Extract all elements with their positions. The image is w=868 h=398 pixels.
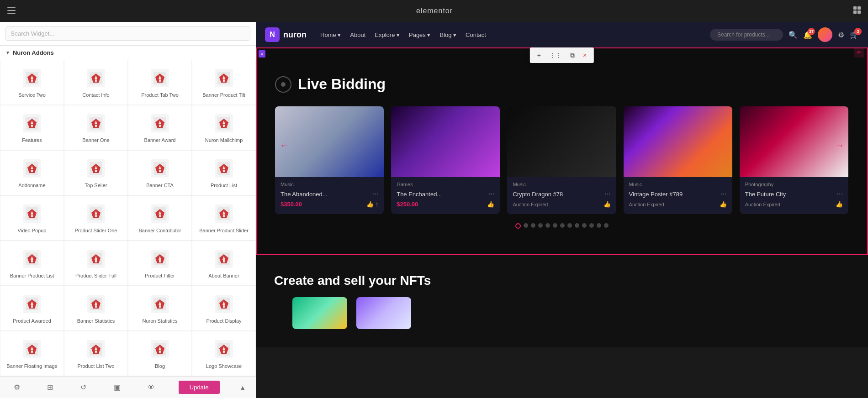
- grid-icon[interactable]: [853, 6, 861, 16]
- hero-title: Live Bidding: [275, 76, 849, 93]
- carousel-dot[interactable]: [560, 223, 565, 228]
- widget-item[interactable]: Banner CTA: [128, 150, 192, 195]
- widget-item[interactable]: Video Popup: [0, 195, 64, 241]
- cart-icon[interactable]: 🛒 3: [850, 31, 859, 39]
- product-like[interactable]: 👍: [836, 201, 843, 208]
- widget-item[interactable]: Contact Info: [64, 60, 128, 105]
- widget-label: Service Two: [18, 92, 46, 98]
- product-card[interactable]: PhotographyThe Future City···Auction Exp…: [740, 106, 848, 214]
- widget-item[interactable]: Banner Award: [128, 105, 192, 150]
- nav-pages[interactable]: Pages ▾: [409, 31, 430, 38]
- responsive-icon[interactable]: ▣: [110, 379, 124, 395]
- widget-item[interactable]: Product Filter: [128, 241, 192, 286]
- nav-explore[interactable]: Explore ▾: [375, 31, 400, 38]
- carousel-dot[interactable]: [567, 223, 572, 228]
- nav-home[interactable]: Home ▾: [320, 31, 341, 38]
- widget-item[interactable]: Logo Showcase: [192, 331, 256, 376]
- close-element-btn[interactable]: ×: [580, 50, 589, 61]
- product-options-btn[interactable]: ···: [837, 190, 843, 198]
- widget-item[interactable]: Banner Contributor: [128, 195, 192, 241]
- widget-item[interactable]: Nuron Mailchimp: [192, 105, 256, 150]
- move-element-btn[interactable]: ⋮⋮: [546, 50, 565, 61]
- hero-section: ← → Live Bidding MusicThe Abandoned...··…: [256, 47, 868, 255]
- product-options-btn[interactable]: ···: [604, 190, 610, 198]
- product-card[interactable]: GamesThe Enchanted...···$250.00👍: [391, 106, 500, 214]
- widget-item[interactable]: Banner Floating Image: [0, 331, 64, 376]
- widget-item[interactable]: Banner Statistics: [64, 286, 128, 331]
- product-card[interactable]: MusicVintage Poster #789···Auction Expir…: [624, 106, 732, 214]
- carousel-dot[interactable]: [597, 223, 601, 228]
- expand-chevron[interactable]: ▲: [239, 384, 246, 391]
- canvas-edit-icon[interactable]: ✏: [854, 47, 864, 58]
- carousel-next-btn[interactable]: →: [835, 140, 844, 150]
- widget-item[interactable]: Service Two: [0, 60, 64, 105]
- carousel-dot[interactable]: [589, 223, 594, 228]
- settings-icon[interactable]: ⚙: [10, 379, 24, 395]
- widget-label: Blog: [155, 363, 165, 369]
- section-indicator[interactable]: ≡: [259, 50, 265, 58]
- preview-icon[interactable]: 👁: [144, 380, 159, 395]
- widget-item[interactable]: About Banner: [192, 241, 256, 286]
- user-avatar[interactable]: [818, 27, 832, 42]
- notification-icon[interactable]: 🔔 37: [803, 31, 812, 39]
- carousel-dot[interactable]: [515, 223, 521, 229]
- duplicate-element-btn[interactable]: ⧉: [567, 50, 577, 61]
- update-button[interactable]: Update: [179, 381, 220, 394]
- widget-item[interactable]: Product Slider One: [64, 195, 128, 241]
- product-like[interactable]: 👍: [487, 201, 494, 208]
- product-options-btn[interactable]: ···: [720, 190, 726, 198]
- widget-label: Top Seller: [85, 182, 107, 189]
- product-card[interactable]: MusicThe Abandoned...···$350.00👍1: [275, 106, 384, 214]
- product-like[interactable]: 👍: [720, 201, 727, 208]
- nav-contact[interactable]: Contact: [466, 31, 486, 38]
- carousel-dot[interactable]: [531, 223, 535, 228]
- search-icon[interactable]: 🔍: [789, 31, 798, 39]
- widget-icon: [22, 339, 42, 359]
- widget-item[interactable]: Features: [0, 105, 64, 150]
- site-logo[interactable]: N nuron: [265, 27, 307, 42]
- widget-item[interactable]: Banner One: [64, 105, 128, 150]
- widget-item[interactable]: Addonname: [0, 150, 64, 195]
- hamburger-icon[interactable]: [7, 6, 16, 16]
- nav-about[interactable]: About: [350, 31, 365, 38]
- carousel-prev-btn[interactable]: ←: [280, 140, 289, 150]
- widget-item[interactable]: Product Tab Two: [128, 60, 192, 105]
- elementor-floating-toolbar: + ⋮⋮ ⧉ ×: [530, 47, 594, 63]
- product-card[interactable]: MusicCrypto Dragon #78···Auction Expired…: [507, 106, 616, 214]
- product-options-btn[interactable]: ···: [372, 190, 378, 198]
- widget-item[interactable]: Product Awarded: [0, 286, 64, 331]
- carousel-dot[interactable]: [545, 223, 550, 228]
- carousel-dot[interactable]: [553, 223, 557, 228]
- product-name: The Abandoned...: [281, 191, 328, 198]
- carousel-dot[interactable]: [575, 223, 579, 228]
- widget-item[interactable]: Product Slider Full: [64, 241, 128, 286]
- widget-item[interactable]: Banner Product Tilt: [192, 60, 256, 105]
- carousel-dot[interactable]: [604, 223, 609, 228]
- carousel-dot[interactable]: [582, 223, 587, 228]
- nav-blog[interactable]: Blog ▾: [439, 31, 456, 38]
- widget-item[interactable]: Product List Two: [64, 331, 128, 376]
- widget-item[interactable]: Product List: [192, 150, 256, 195]
- widget-label: Banner CTA: [146, 182, 174, 189]
- product-options-btn[interactable]: ···: [488, 190, 494, 198]
- widget-item[interactable]: Banner Product Slider: [192, 195, 256, 241]
- nav-search-input[interactable]: [710, 29, 783, 41]
- widget-item[interactable]: Banner Product List: [0, 241, 64, 286]
- like-icon: 👍: [720, 201, 727, 208]
- widget-item[interactable]: Blog: [128, 331, 192, 376]
- search-input[interactable]: [5, 26, 250, 41]
- widget-item[interactable]: Top Seller: [64, 150, 128, 195]
- add-element-btn[interactable]: +: [535, 50, 544, 61]
- widget-item[interactable]: Nuron Statistics: [128, 286, 192, 331]
- layers-icon[interactable]: ⊞: [43, 379, 57, 395]
- product-like[interactable]: 👍: [603, 201, 611, 208]
- widget-icon: [214, 113, 234, 133]
- svg-rect-3: [853, 6, 857, 10]
- product-like[interactable]: 👍1: [366, 201, 378, 208]
- svg-rect-63: [159, 260, 161, 262]
- widget-item[interactable]: Product Display: [192, 286, 256, 331]
- settings-icon[interactable]: ⚙: [838, 31, 844, 39]
- carousel-dot[interactable]: [538, 223, 543, 228]
- history-icon[interactable]: ↺: [77, 379, 90, 395]
- carousel-dot[interactable]: [524, 223, 528, 228]
